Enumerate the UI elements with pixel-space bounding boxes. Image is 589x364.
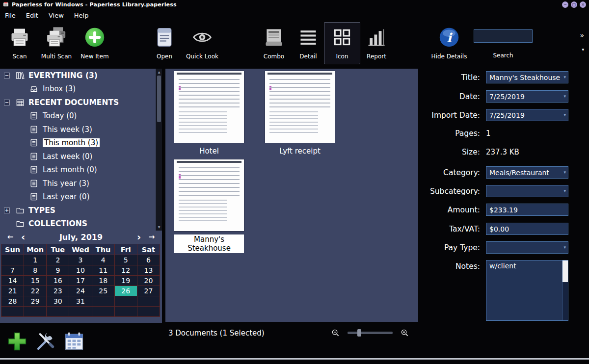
- calendar-day-5[interactable]: 5: [115, 255, 137, 265]
- calendar-app-icon[interactable]: [64, 331, 84, 352]
- scrollbar-thumb[interactable]: [157, 76, 161, 122]
- calendar-day-26[interactable]: 26: [115, 286, 137, 296]
- toolbar-multi-scan-button[interactable]: Multi Scan: [38, 22, 75, 64]
- sidebar-item-everything-3[interactable]: −EVERYTHING (3): [0, 69, 156, 82]
- document-lyft-receipt[interactable]: Lyft receipt: [265, 71, 335, 156]
- calendar-day-14[interactable]: 14: [1, 276, 24, 286]
- scroll-up-icon[interactable]: ▲: [156, 69, 162, 75]
- toolbar-detail-button[interactable]: Detail: [290, 22, 326, 64]
- add-plus-icon[interactable]: [7, 331, 27, 352]
- calendar-day-24[interactable]: 24: [69, 286, 92, 296]
- prev-year-arrow-icon[interactable]: ←: [4, 234, 17, 241]
- calendar-day-9[interactable]: 9: [47, 265, 69, 276]
- calendar-day-22[interactable]: 22: [24, 286, 47, 296]
- next-year-arrow-icon[interactable]: →: [145, 234, 158, 241]
- document-hotel[interactable]: Hotel: [174, 71, 244, 156]
- toolbar-quick-look-button[interactable]: Quick Look: [184, 22, 220, 64]
- field-subcategory[interactable]: ▾: [486, 185, 568, 197]
- multi-printer-icon: [46, 26, 67, 48]
- calendar-day-6[interactable]: 6: [137, 255, 160, 265]
- sidebar-item-inbox-3[interactable]: Inbox (3): [0, 82, 156, 96]
- expand-icon[interactable]: +: [4, 208, 10, 213]
- sidebar-item-label: Inbox (3): [43, 84, 76, 93]
- calendar-day-30[interactable]: 30: [47, 296, 69, 307]
- maximize-button[interactable]: □: [571, 1, 577, 8]
- document-manny-s-steakhouse[interactable]: Manny's Steakhouse: [174, 159, 244, 253]
- calendar-day-12[interactable]: 12: [115, 265, 137, 276]
- calendar-day-4[interactable]: 4: [92, 255, 115, 265]
- zoom-in-icon[interactable]: [401, 329, 409, 337]
- toolbar-scan-button[interactable]: Scan: [1, 22, 38, 64]
- calendar-day-23[interactable]: 23: [47, 286, 69, 296]
- toolbar-report-button[interactable]: Report: [358, 22, 395, 64]
- calendar-day-13[interactable]: 13: [137, 265, 160, 276]
- sidebar-item-last-week-0[interactable]: Last week (0): [0, 150, 156, 163]
- calendar-day-18[interactable]: 18: [92, 276, 115, 286]
- toolbar-combo-button[interactable]: Combo: [256, 22, 292, 64]
- prev-month-arrow-icon[interactable]: ‹: [17, 232, 29, 242]
- menu-help[interactable]: Help: [74, 12, 89, 19]
- calendar-day-28[interactable]: 28: [1, 296, 24, 307]
- collapse-icon[interactable]: −: [4, 100, 10, 105]
- zoom-slider[interactable]: [348, 332, 393, 334]
- toolbar-overflow-icon[interactable]: »: [580, 31, 584, 39]
- sidebar-item-this-week-3[interactable]: This week (3): [0, 123, 156, 136]
- menu-view[interactable]: View: [49, 12, 64, 19]
- toolbar-dropdown-icon[interactable]: ▾: [582, 47, 584, 52]
- calendar-day-25[interactable]: 25: [92, 286, 115, 296]
- zoom-out-icon[interactable]: [331, 329, 340, 337]
- field-notes[interactable]: w/client: [486, 260, 568, 321]
- zoom-slider-knob[interactable]: [357, 329, 361, 337]
- sidebar-item-this-year-3[interactable]: This year (3): [0, 177, 156, 190]
- sidebar-item-this-month-3[interactable]: This month (3): [0, 136, 156, 150]
- toolbar-icon-button[interactable]: Icon: [324, 22, 360, 64]
- calendar-day-3[interactable]: 3: [69, 255, 92, 265]
- minimize-button[interactable]: −: [562, 1, 568, 8]
- close-button[interactable]: ×: [580, 1, 586, 8]
- toolbar-hide-details-button[interactable]: iHide Details: [431, 22, 467, 64]
- sidebar-item-last-year-0[interactable]: Last year (0): [0, 190, 156, 204]
- sidebar-item-today-0[interactable]: Today (0): [0, 109, 156, 123]
- notes-scrollbar[interactable]: [562, 260, 568, 320]
- toolbar-new-item-button[interactable]: New Item: [77, 22, 113, 64]
- tools-icon[interactable]: [35, 331, 56, 352]
- notes-scrollbar-thumb[interactable]: [562, 260, 568, 282]
- sidebar-scrollbar[interactable]: ▲ ▼: [156, 69, 162, 231]
- calendar-day-2[interactable]: 2: [47, 255, 69, 265]
- menu-edit[interactable]: Edit: [26, 12, 38, 19]
- collapse-icon[interactable]: −: [4, 73, 10, 78]
- next-month-arrow-icon[interactable]: ›: [133, 232, 145, 242]
- field-category[interactable]: Meals/Restaurant▾: [486, 166, 568, 179]
- sidebar-item-types[interactable]: +TYPES: [0, 204, 156, 217]
- calendar-day-7[interactable]: 7: [1, 265, 24, 276]
- field-tax-vat[interactable]: $0.00: [486, 223, 568, 235]
- calendar-day-20[interactable]: 20: [137, 276, 160, 286]
- sidebar-item-collections[interactable]: COLLECTIONS: [0, 217, 156, 231]
- field-amount[interactable]: $233.19: [486, 204, 568, 216]
- toolbar-open-button[interactable]: Open: [146, 22, 183, 64]
- field-title[interactable]: Manny's Steakhouse▾: [486, 71, 568, 83]
- menu-file[interactable]: File: [5, 12, 16, 19]
- field-date[interactable]: 7/25/2019▾: [486, 90, 568, 103]
- search-input[interactable]: [474, 29, 533, 43]
- field-pay-type[interactable]: ▾: [486, 241, 568, 254]
- titlebar: Paperless for Windows - Paperless Librar…: [0, 0, 589, 9]
- calendar-day-15[interactable]: 15: [24, 276, 47, 286]
- calendar-day-8[interactable]: 8: [24, 265, 47, 276]
- calendar-day-1[interactable]: 1: [24, 255, 47, 265]
- calendar-day-27[interactable]: 27: [137, 286, 160, 296]
- sidebar-item-last-month-0[interactable]: Last month (0): [0, 163, 156, 177]
- calendar-day-19[interactable]: 19: [115, 276, 137, 286]
- calendar-day-21[interactable]: 21: [1, 286, 24, 296]
- combo-icon: [263, 26, 285, 48]
- calendar-day-17[interactable]: 17: [69, 276, 92, 286]
- field-import-date[interactable]: 7/25/2019▾: [486, 109, 568, 121]
- calendar-day-29[interactable]: 29: [24, 296, 47, 307]
- detail-row-import-date: Import Date:7/25/2019▾: [420, 108, 589, 122]
- calendar-day-16[interactable]: 16: [47, 276, 69, 286]
- sidebar-item-recent-documents[interactable]: −RECENT DOCUMENTS: [0, 96, 156, 109]
- scroll-down-icon[interactable]: ▼: [156, 224, 162, 230]
- calendar-day-11[interactable]: 11: [92, 265, 115, 276]
- calendar-day-10[interactable]: 10: [69, 265, 92, 276]
- calendar-day-31[interactable]: 31: [69, 296, 92, 307]
